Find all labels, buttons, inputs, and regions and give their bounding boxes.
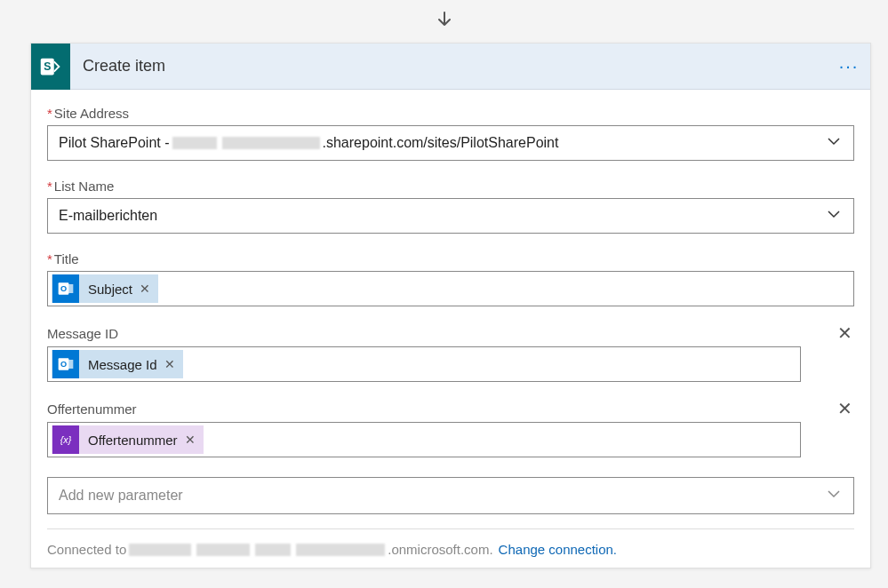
clear-field-button[interactable]: ✕ bbox=[836, 400, 854, 417]
action-card: S Create item ··· *Site Address Pilot Sh… bbox=[30, 43, 871, 568]
token-remove[interactable]: ✕ bbox=[185, 433, 203, 447]
change-connection-link[interactable]: Change connection. bbox=[499, 542, 617, 557]
outlook-icon: O bbox=[52, 274, 79, 303]
site-address-dropdown[interactable]: Pilot SharePoint - .sharepoint.com/sites… bbox=[47, 125, 854, 161]
token-remove[interactable]: ✕ bbox=[164, 357, 182, 371]
chevron-down-icon bbox=[825, 132, 843, 154]
more-menu-button[interactable]: ··· bbox=[828, 56, 870, 76]
outlook-icon: O bbox=[52, 350, 79, 378]
action-body: *Site Address Pilot SharePoint - .sharep… bbox=[31, 90, 870, 568]
message-id-input[interactable]: O Message Id ✕ bbox=[47, 346, 801, 382]
title-input[interactable]: O Subject ✕ bbox=[47, 271, 854, 306]
action-header[interactable]: S Create item ··· bbox=[31, 44, 870, 90]
connection-footer: Connected to .onmicrosoft.com. Change co… bbox=[47, 542, 854, 557]
svg-text:S: S bbox=[44, 60, 51, 72]
list-name-dropdown[interactable]: E-mailberichten bbox=[47, 198, 854, 234]
svg-rect-7 bbox=[68, 360, 74, 369]
add-new-parameter-dropdown[interactable]: Add new parameter bbox=[47, 477, 854, 514]
token-remove[interactable]: ✕ bbox=[140, 282, 157, 296]
subject-token[interactable]: O Subject ✕ bbox=[52, 274, 158, 303]
svg-text:O: O bbox=[60, 284, 67, 293]
divider bbox=[47, 528, 854, 529]
sharepoint-icon: S bbox=[31, 44, 70, 90]
list-name-label: *List Name bbox=[47, 179, 854, 194]
svg-text:{x}: {x} bbox=[60, 434, 72, 445]
title-label: *Title bbox=[47, 251, 854, 266]
message-id-token[interactable]: O Message Id ✕ bbox=[52, 350, 183, 378]
chevron-down-icon bbox=[825, 205, 843, 226]
flow-arrow-down-icon bbox=[434, 9, 455, 37]
offertenummer-input[interactable]: {x} Offertenummer ✕ bbox=[47, 422, 801, 457]
offertenummer-token[interactable]: {x} Offertenummer ✕ bbox=[52, 425, 204, 454]
chevron-down-icon bbox=[825, 485, 843, 506]
action-title: Create item bbox=[70, 57, 828, 75]
svg-rect-4 bbox=[68, 284, 74, 293]
svg-text:O: O bbox=[60, 360, 67, 369]
variable-icon: {x} bbox=[52, 425, 79, 454]
message-id-label: Message ID bbox=[47, 326, 118, 341]
site-address-label: *Site Address bbox=[47, 106, 854, 121]
clear-field-button[interactable]: ✕ bbox=[836, 324, 854, 342]
offertenummer-label: Offertenummer bbox=[47, 401, 137, 417]
